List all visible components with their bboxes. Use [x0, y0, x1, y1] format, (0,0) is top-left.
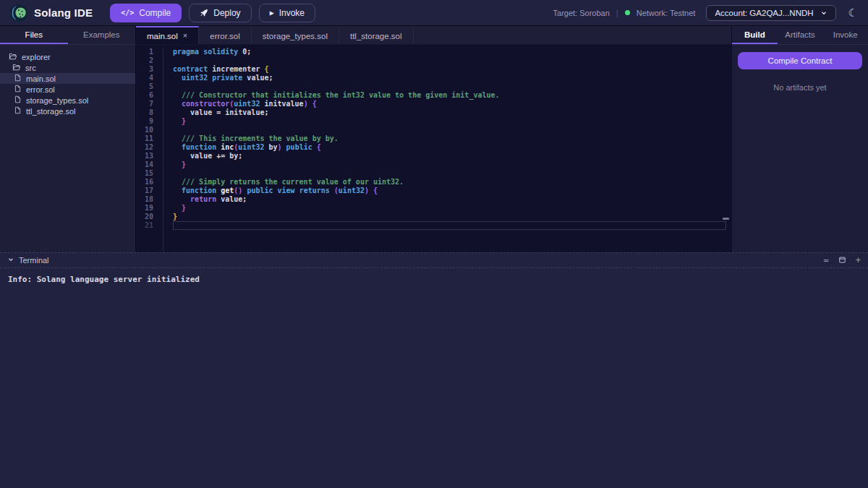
line-number: 17 — [136, 187, 153, 195]
code-line: /// This increments the value by by. — [173, 134, 726, 143]
editor-tab-error-sol[interactable]: error.sol — [199, 26, 252, 44]
network-status-dot — [625, 10, 630, 15]
code-line — [173, 169, 726, 178]
code-token: function — [182, 143, 216, 151]
file-item-main-sol[interactable]: main.sol — [0, 73, 135, 84]
line-number: 3 — [136, 65, 153, 74]
panel-tab-artifacts[interactable]: Artifacts — [778, 26, 823, 44]
line-number: 8 — [136, 108, 153, 117]
line-number: 13 — [136, 152, 153, 160]
code-token: inc — [221, 143, 234, 151]
panel-tab-invoke[interactable]: Invoke — [822, 26, 868, 44]
chevron-down-icon[interactable] — [7, 256, 14, 265]
deploy-button[interactable]: Deploy — [189, 4, 251, 22]
maximize-terminal-icon[interactable] — [838, 256, 846, 264]
close-icon[interactable]: × — [183, 32, 187, 40]
folder-open-icon — [12, 63, 21, 73]
explorer-root[interactable]: explorer — [0, 51, 135, 62]
line-number: 11 — [136, 134, 153, 143]
code-token — [173, 160, 182, 168]
code-token — [173, 100, 182, 108]
folder-src[interactable]: src — [0, 62, 135, 73]
top-bar: Solang IDE </> Compile Deploy ▶ Invoke — [0, 0, 868, 26]
terminal-actions: = + — [824, 256, 861, 265]
code-token: { — [264, 65, 268, 73]
code-token — [173, 187, 182, 194]
terminal-header: Terminal = + — [0, 252, 868, 268]
header-status: Target: Soroban | Network: Testnet Accou… — [553, 5, 858, 21]
header-actions: </> Compile Deploy ▶ Invoke — [110, 4, 315, 22]
code-token: } — [182, 160, 186, 168]
scrollbar-thumb[interactable] — [723, 218, 729, 220]
code-token: uint32 — [234, 100, 260, 108]
brand: Solang IDE — [10, 4, 93, 22]
code-token — [173, 117, 182, 125]
terminal-output: Info: Solang language server initialized — [8, 275, 200, 284]
code-token: } — [173, 213, 177, 221]
file-item-ttl-storage-sol[interactable]: ttl_storage.sol — [0, 106, 135, 116]
code-token: value; — [216, 195, 247, 203]
tree-item-label: error.sol — [26, 85, 55, 94]
file-item-storage-types-sol[interactable]: storage_types.sol — [0, 95, 135, 106]
file-explorer: explorersrcmain.solerror.solstorage_type… — [0, 45, 136, 252]
line-number: 20 — [136, 213, 153, 221]
invoke-button-label: Invoke — [279, 8, 305, 18]
code-token: by — [264, 143, 277, 151]
code-token: initvalue — [260, 100, 303, 108]
compile-button[interactable]: </> Compile — [110, 4, 182, 22]
code-editor[interactable]: 123456789101112131415161718192021 pragma… — [136, 45, 732, 252]
account-select[interactable]: Account: GA2QAJ...NNDH — [706, 5, 835, 21]
separator: | — [616, 9, 618, 17]
editor-tab-main-sol[interactable]: main.sol× — [136, 26, 199, 44]
code-line: value += by; — [173, 152, 726, 160]
code-token: { — [317, 143, 321, 151]
build-panel: Compile Contract No artifacts yet — [732, 45, 868, 252]
editor-tab-ttl-storage-sol[interactable]: ttl_storage.sol — [339, 26, 414, 44]
tab-examples[interactable]: Examples — [68, 26, 136, 44]
file-icon — [14, 74, 22, 83]
code-token: return — [190, 195, 216, 203]
new-terminal-icon[interactable]: + — [856, 256, 861, 265]
code-token: uint32 — [339, 187, 365, 194]
code-line: } — [173, 117, 726, 126]
network-label: Network: Testnet — [637, 9, 696, 17]
compile-contract-button[interactable]: Compile Contract — [738, 52, 862, 69]
code-token: /// Simply returns the current value of … — [173, 178, 404, 186]
code-line: } — [173, 213, 726, 221]
code-token: pragma solidity — [173, 48, 238, 56]
compile-button-label: Compile — [139, 8, 171, 18]
file-item-error-sol[interactable]: error.sol — [0, 84, 135, 95]
folder-open-icon — [9, 52, 17, 62]
file-icon — [14, 106, 22, 116]
code-line: constructor(uint32 initvalue) { — [173, 100, 726, 108]
invoke-button[interactable]: ▶ Invoke — [259, 4, 315, 22]
tab-strip: FilesExamples main.sol×error.solstorage_… — [0, 26, 868, 45]
code-line: } — [173, 204, 726, 213]
code-line: return value; — [173, 195, 726, 204]
dark-mode-toggle-icon[interactable]: ☾ — [848, 7, 858, 20]
panel-tab-build[interactable]: Build — [732, 26, 778, 44]
code-token: { — [373, 187, 378, 194]
line-number: 12 — [136, 143, 153, 152]
line-number: 9 — [136, 117, 153, 126]
file-icon — [14, 85, 22, 94]
main-content: explorersrcmain.solerror.solstorage_type… — [0, 45, 868, 252]
line-number: 2 — [136, 56, 153, 65]
code-token — [173, 143, 182, 151]
minimize-terminal-icon[interactable]: = — [824, 256, 829, 265]
code-line: value = initvalue; — [173, 108, 726, 117]
editor-tab-storage-types-sol[interactable]: storage_types.sol — [252, 26, 339, 44]
tab-files[interactable]: Files — [0, 26, 68, 44]
terminal-body: Info: Solang language server initialized — [0, 268, 868, 488]
code-token: value; — [242, 74, 273, 82]
code-token: public view returns — [247, 187, 329, 194]
app-title: Solang IDE — [34, 7, 93, 19]
code-content[interactable]: pragma solidity 0;contract incrementer {… — [163, 48, 726, 252]
code-token: public — [286, 143, 312, 151]
tree-item-label: ttl_storage.sol — [26, 107, 75, 116]
line-number-gutter: 123456789101112131415161718192021 — [136, 48, 163, 252]
code-token — [173, 195, 190, 203]
line-number: 7 — [136, 100, 153, 108]
editor-tab-label: storage_types.sol — [263, 32, 328, 40]
code-token: } — [182, 204, 186, 212]
